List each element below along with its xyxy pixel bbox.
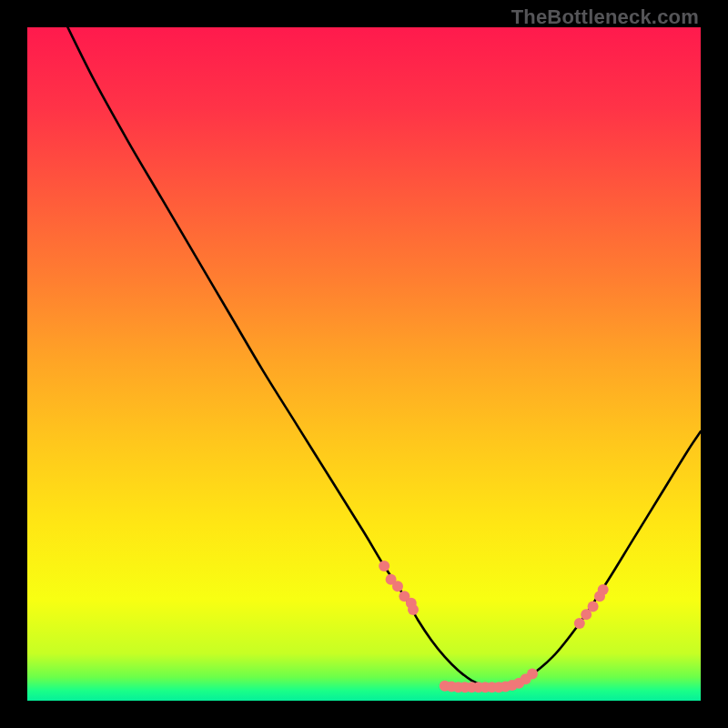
data-point (408, 604, 419, 615)
data-point (598, 584, 609, 595)
data-point (574, 618, 585, 629)
data-point (588, 601, 599, 612)
watermark-text: TheBottleneck.com (511, 5, 699, 29)
data-point (392, 581, 403, 592)
data-point (527, 668, 538, 679)
data-point (379, 561, 389, 571)
chart-svg (27, 27, 701, 701)
chart-frame (27, 27, 701, 701)
